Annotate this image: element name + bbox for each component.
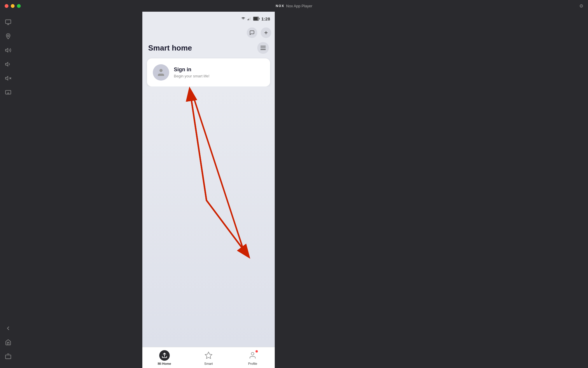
user-icon xyxy=(156,68,166,77)
app-name: Nox App Player xyxy=(286,4,312,8)
app-header: Smart home xyxy=(142,40,275,58)
bottom-nav: Mi Home Smart Profile xyxy=(142,347,275,368)
main-content xyxy=(142,86,275,347)
svg-marker-3 xyxy=(6,48,8,52)
svg-rect-0 xyxy=(6,20,11,24)
status-icons: 1:28 xyxy=(241,16,270,21)
status-bar: 1:28 xyxy=(142,12,275,26)
mi-home-tab[interactable]: Mi Home xyxy=(142,350,186,365)
profile-tab[interactable]: Profile xyxy=(231,350,275,365)
maximize-button[interactable] xyxy=(17,4,21,8)
smart-tab[interactable]: Smart xyxy=(186,350,230,365)
left-sidebar xyxy=(0,12,16,368)
back-icon[interactable] xyxy=(2,322,14,334)
svg-marker-4 xyxy=(6,63,8,66)
svg-marker-5 xyxy=(6,77,8,80)
mi-home-icon-wrapper xyxy=(159,350,170,361)
location-icon[interactable] xyxy=(2,30,14,42)
svg-marker-34 xyxy=(205,352,212,358)
svg-rect-21 xyxy=(250,17,251,20)
profile-icon-wrapper xyxy=(247,350,258,361)
wifi-icon xyxy=(241,16,246,21)
settings-icon[interactable]: ⚙ xyxy=(579,3,583,9)
sidebar-bottom xyxy=(2,322,14,368)
action-bar xyxy=(142,26,275,40)
hamburger-icon xyxy=(260,46,266,50)
svg-point-35 xyxy=(251,352,254,355)
profile-label: Profile xyxy=(248,362,257,365)
traffic-lights xyxy=(5,4,21,8)
svg-point-2 xyxy=(7,35,9,37)
minimize-button[interactable] xyxy=(11,4,15,8)
svg-rect-24 xyxy=(253,17,258,20)
screen-icon[interactable] xyxy=(2,16,14,28)
close-button[interactable] xyxy=(5,4,8,8)
signin-text: Sign in Begin your smart life! xyxy=(174,67,209,78)
message-button[interactable] xyxy=(247,27,257,38)
signal-icon xyxy=(247,17,251,21)
menu-button[interactable] xyxy=(257,42,269,54)
svg-rect-17 xyxy=(6,355,11,359)
annotation-arrow xyxy=(142,86,275,268)
nox-logo: NOX xyxy=(276,4,284,8)
svg-rect-23 xyxy=(259,18,260,20)
app-title: Smart home xyxy=(148,44,192,53)
volume-down-icon[interactable] xyxy=(2,58,14,70)
svg-rect-18 xyxy=(248,19,248,20)
keyboard-icon[interactable] xyxy=(2,86,14,98)
svg-rect-20 xyxy=(249,18,250,20)
smart-label: Smart xyxy=(204,362,213,365)
volume-up-icon[interactable] xyxy=(2,44,14,56)
battery-icon xyxy=(253,17,260,21)
svg-line-33 xyxy=(192,92,244,253)
profile-notification-dot xyxy=(256,350,258,353)
signin-title: Sign in xyxy=(174,67,209,73)
recent-apps-icon[interactable] xyxy=(2,350,14,362)
mute-icon[interactable] xyxy=(2,72,14,84)
app-title: NOX Nox App Player xyxy=(276,4,312,8)
mi-home-icon-circle xyxy=(159,350,170,361)
svg-point-30 xyxy=(160,69,163,72)
add-button[interactable] xyxy=(261,27,271,38)
profile-icon xyxy=(249,351,257,360)
phone-screen: 1:28 Smart home xyxy=(142,12,275,368)
title-bar: NOX Nox App Player ⚙ xyxy=(0,0,588,12)
time-display: 1:28 xyxy=(261,16,270,21)
svg-rect-19 xyxy=(248,19,249,20)
smart-icon xyxy=(204,351,213,360)
signin-subtitle: Begin your smart life! xyxy=(174,74,209,78)
upload-icon xyxy=(162,353,167,358)
mi-home-label: Mi Home xyxy=(158,362,171,365)
smart-icon-wrapper xyxy=(203,350,214,361)
avatar xyxy=(153,64,169,81)
home-icon[interactable] xyxy=(2,336,14,348)
signin-card[interactable]: Sign in Begin your smart life! xyxy=(147,58,270,86)
